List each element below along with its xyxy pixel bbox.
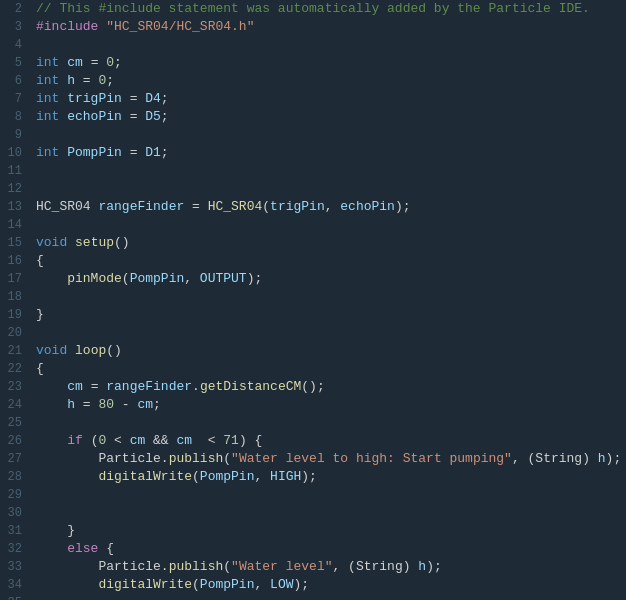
line-number: 17 (0, 270, 30, 288)
line-number: 16 (0, 252, 30, 270)
line-content (30, 36, 626, 54)
code-line: 3#include "HC_SR04/HC_SR04.h" (0, 18, 626, 36)
line-content (30, 486, 626, 504)
line-number: 30 (0, 504, 30, 522)
line-number: 24 (0, 396, 30, 414)
line-number: 28 (0, 468, 30, 486)
line-number: 7 (0, 90, 30, 108)
line-content: #include "HC_SR04/HC_SR04.h" (30, 18, 626, 36)
line-content: cm = rangeFinder.getDistanceCM(); (30, 378, 626, 396)
line-content: // This #include statement was automatic… (30, 0, 626, 18)
code-line: 35 (0, 594, 626, 600)
line-content (30, 126, 626, 144)
code-line: 25 (0, 414, 626, 432)
line-content: pinMode(PompPin, OUTPUT); (30, 270, 626, 288)
line-number: 3 (0, 18, 30, 36)
line-content: HC_SR04 rangeFinder = HC_SR04(trigPin, e… (30, 198, 626, 216)
line-number: 21 (0, 342, 30, 360)
code-line: 31 } (0, 522, 626, 540)
line-number: 9 (0, 126, 30, 144)
code-line: 24 h = 80 - cm; (0, 396, 626, 414)
line-content (30, 288, 626, 306)
line-number: 6 (0, 72, 30, 90)
line-content (30, 162, 626, 180)
line-content (30, 594, 626, 600)
line-content (30, 180, 626, 198)
code-line: 33 Particle.publish("Water level", (Stri… (0, 558, 626, 576)
code-line: 5int cm = 0; (0, 54, 626, 72)
code-line: 12 (0, 180, 626, 198)
code-line: 23 cm = rangeFinder.getDistanceCM(); (0, 378, 626, 396)
line-number: 5 (0, 54, 30, 72)
code-line: 28 digitalWrite(PompPin, HIGH); (0, 468, 626, 486)
line-content: } (30, 306, 626, 324)
code-line: 8int echoPin = D5; (0, 108, 626, 126)
line-content: Particle.publish("Water level to high: S… (30, 450, 626, 468)
code-line: 11 (0, 162, 626, 180)
line-number: 31 (0, 522, 30, 540)
line-number: 22 (0, 360, 30, 378)
code-line: 34 digitalWrite(PompPin, LOW); (0, 576, 626, 594)
line-content: int h = 0; (30, 72, 626, 90)
code-line: 20 (0, 324, 626, 342)
line-number: 33 (0, 558, 30, 576)
line-content (30, 414, 626, 432)
line-content: int echoPin = D5; (30, 108, 626, 126)
line-number: 20 (0, 324, 30, 342)
line-content: } (30, 522, 626, 540)
code-line: 21void loop() (0, 342, 626, 360)
line-number: 26 (0, 432, 30, 450)
line-content: Particle.publish("Water level", (String)… (30, 558, 626, 576)
line-content: int PompPin = D1; (30, 144, 626, 162)
line-number: 14 (0, 216, 30, 234)
line-number: 35 (0, 594, 30, 600)
line-content: { (30, 360, 626, 378)
line-number: 12 (0, 180, 30, 198)
code-line: 6int h = 0; (0, 72, 626, 90)
code-line: 4 (0, 36, 626, 54)
line-number: 13 (0, 198, 30, 216)
code-line: 19} (0, 306, 626, 324)
line-content: digitalWrite(PompPin, LOW); (30, 576, 626, 594)
code-editor: 2// This #include statement was automati… (0, 0, 626, 600)
line-number: 10 (0, 144, 30, 162)
line-content: { (30, 252, 626, 270)
line-number: 27 (0, 450, 30, 468)
code-line: 14 (0, 216, 626, 234)
line-number: 8 (0, 108, 30, 126)
line-content (30, 324, 626, 342)
line-content: if (0 < cm && cm < 71) { (30, 432, 626, 450)
line-number: 15 (0, 234, 30, 252)
code-line: 15void setup() (0, 234, 626, 252)
code-line: 2// This #include statement was automati… (0, 0, 626, 18)
line-content: else { (30, 540, 626, 558)
line-content (30, 504, 626, 522)
code-line: 13HC_SR04 rangeFinder = HC_SR04(trigPin,… (0, 198, 626, 216)
line-content: void loop() (30, 342, 626, 360)
line-number: 4 (0, 36, 30, 54)
code-line: 9 (0, 126, 626, 144)
line-content: h = 80 - cm; (30, 396, 626, 414)
code-line: 17 pinMode(PompPin, OUTPUT); (0, 270, 626, 288)
line-content (30, 216, 626, 234)
code-line: 32 else { (0, 540, 626, 558)
line-number: 19 (0, 306, 30, 324)
line-number: 11 (0, 162, 30, 180)
code-line: 7int trigPin = D4; (0, 90, 626, 108)
line-content: int cm = 0; (30, 54, 626, 72)
line-number: 23 (0, 378, 30, 396)
code-line: 27 Particle.publish("Water level to high… (0, 450, 626, 468)
code-line: 18 (0, 288, 626, 306)
line-number: 34 (0, 576, 30, 594)
code-line: 22{ (0, 360, 626, 378)
code-line: 16{ (0, 252, 626, 270)
code-line: 10int PompPin = D1; (0, 144, 626, 162)
code-line: 29 (0, 486, 626, 504)
line-number: 2 (0, 0, 30, 18)
line-content: int trigPin = D4; (30, 90, 626, 108)
line-number: 32 (0, 540, 30, 558)
line-content: digitalWrite(PompPin, HIGH); (30, 468, 626, 486)
line-number: 25 (0, 414, 30, 432)
line-number: 18 (0, 288, 30, 306)
code-line: 26 if (0 < cm && cm < 71) { (0, 432, 626, 450)
